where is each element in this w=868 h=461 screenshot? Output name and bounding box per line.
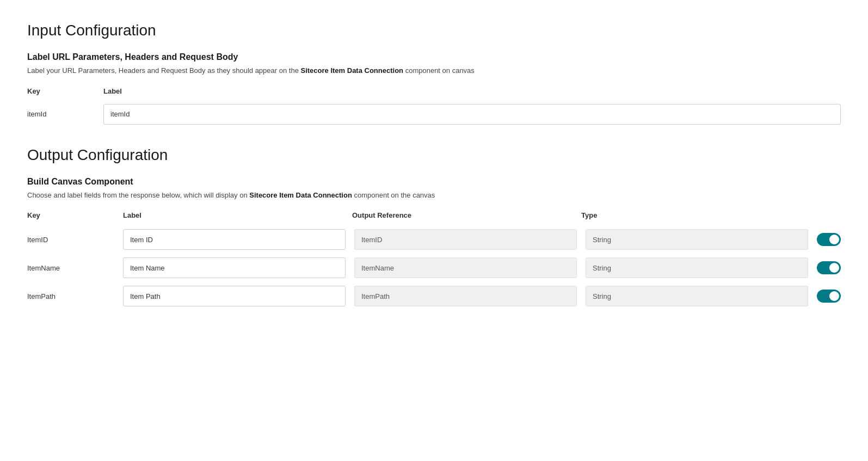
input-label-itemid[interactable]: [103, 104, 841, 125]
out-toggle-itempath-slider: [817, 290, 841, 303]
output-header-row: Key Label Output Reference Type: [27, 211, 841, 223]
label-url-desc: Label your URL Parameters, Headers and R…: [27, 65, 841, 76]
out-ref-itemname: [354, 257, 577, 278]
out-toggle-itempath[interactable]: [817, 290, 841, 303]
out-col-ref-header: Output Reference: [352, 211, 572, 219]
out-label-itemid[interactable]: [123, 229, 346, 250]
out-col-toggle-header: [810, 211, 841, 219]
out-type-itemname: [586, 257, 808, 278]
out-toggle-itemname-slider: [817, 261, 841, 274]
out-key-itemid: ItemID: [27, 236, 114, 244]
table-row: ItemPath: [27, 286, 841, 306]
build-canvas-desc-plain2: component on the canvas: [352, 191, 435, 199]
out-col-label-header: Label: [123, 211, 343, 219]
out-toggle-itemid[interactable]: [817, 233, 841, 246]
out-col-type-header: Type: [581, 211, 802, 219]
table-row: ItemName: [27, 257, 841, 278]
out-col-key-header: Key: [27, 211, 114, 219]
out-key-itemname: ItemName: [27, 264, 114, 272]
out-ref-itemid: [354, 229, 577, 250]
out-type-itempath: [586, 286, 808, 306]
output-section: Build Canvas Component Choose and label …: [27, 177, 841, 307]
build-canvas-desc-bold: Sitecore Item Data Connection: [249, 191, 352, 199]
out-ref-itempath: [354, 286, 577, 306]
label-url-desc-plain: Label your URL Parameters, Headers and R…: [27, 66, 301, 75]
table-row: ItemID: [27, 229, 841, 250]
output-config-title: Output Configuration: [27, 146, 841, 164]
label-url-section: Label URL Parameters, Headers and Reques…: [27, 52, 841, 125]
label-url-desc-bold: Sitecore Item Data Connection: [301, 66, 404, 75]
out-toggle-itemname[interactable]: [817, 261, 841, 274]
out-toggle-itemid-slider: [817, 233, 841, 246]
label-url-desc-plain2: component on canvas: [403, 66, 475, 75]
input-row-itemid: itemId: [27, 104, 841, 125]
build-canvas-desc: Choose and label fields from the respons…: [27, 190, 841, 201]
output-table: Key Label Output Reference Type ItemID I: [27, 211, 841, 306]
input-key-itemid: itemId: [27, 110, 93, 118]
label-url-title: Label URL Parameters, Headers and Reques…: [27, 52, 841, 62]
input-config-title: Input Configuration: [27, 22, 841, 39]
out-type-itemid: [586, 229, 808, 250]
out-label-itempath[interactable]: [123, 286, 346, 306]
input-col-key-header: Key: [27, 87, 93, 95]
input-table-header: Key Label: [27, 87, 841, 99]
build-canvas-title: Build Canvas Component: [27, 177, 841, 187]
build-canvas-desc-plain: Choose and label fields from the respons…: [27, 191, 249, 199]
out-key-itempath: ItemPath: [27, 292, 114, 300]
page-container: Input Configuration Label URL Parameters…: [0, 0, 868, 461]
input-col-label-header: Label: [103, 87, 122, 95]
out-label-itemname[interactable]: [123, 257, 346, 278]
